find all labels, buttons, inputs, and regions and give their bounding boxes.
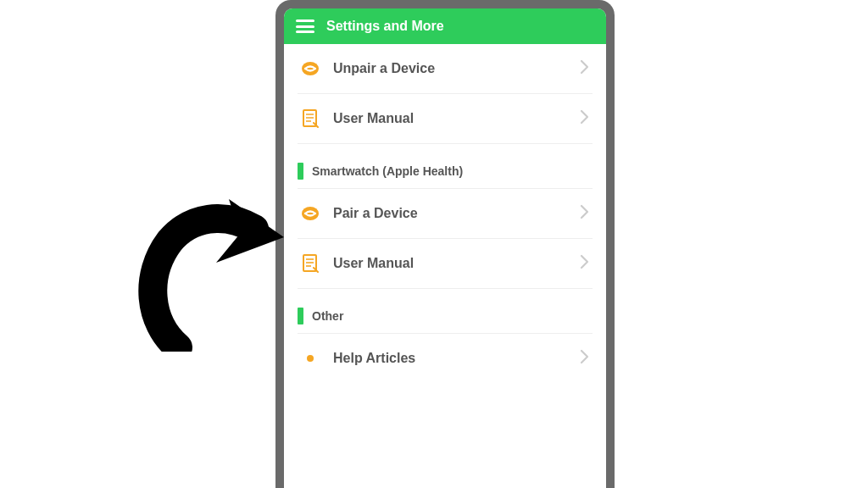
menu-label: Unpair a Device bbox=[333, 61, 566, 76]
menu-icon[interactable] bbox=[296, 19, 314, 33]
menu-item-user-manual[interactable]: User Manual bbox=[298, 94, 593, 144]
bullet-icon bbox=[301, 349, 320, 368]
link-icon bbox=[301, 59, 320, 78]
phone-screen: Settings and More Unpair a Device bbox=[284, 8, 606, 488]
link-icon bbox=[301, 204, 320, 223]
chevron-right-icon bbox=[580, 254, 589, 273]
document-icon bbox=[301, 109, 320, 128]
section-title: Other bbox=[312, 309, 343, 323]
chevron-right-icon bbox=[580, 109, 589, 128]
phone-frame: Settings and More Unpair a Device bbox=[275, 0, 615, 488]
section-title: Smartwatch (Apple Health) bbox=[312, 164, 463, 178]
menu-item-help-articles[interactable]: Help Articles bbox=[298, 334, 593, 383]
document-icon bbox=[301, 254, 320, 273]
menu-label: User Manual bbox=[333, 256, 566, 271]
menu-label: Help Articles bbox=[333, 351, 566, 366]
app-header: Settings and More bbox=[284, 8, 606, 44]
section-accent-bar bbox=[298, 163, 303, 180]
menu-item-pair-device[interactable]: Pair a Device bbox=[298, 189, 593, 239]
section-header-smartwatch: Smartwatch (Apple Health) bbox=[298, 144, 593, 189]
menu-label: Pair a Device bbox=[333, 206, 566, 221]
header-title: Settings and More bbox=[326, 19, 444, 34]
menu-item-user-manual-2[interactable]: User Manual bbox=[298, 239, 593, 289]
settings-list: Unpair a Device User Manual bbox=[284, 44, 606, 488]
section-header-other: Other bbox=[298, 289, 593, 334]
arrow-annotation-icon bbox=[131, 195, 284, 352]
menu-item-unpair-device[interactable]: Unpair a Device bbox=[298, 44, 593, 94]
chevron-right-icon bbox=[580, 204, 589, 223]
chevron-right-icon bbox=[580, 349, 589, 368]
menu-label: User Manual bbox=[333, 111, 566, 126]
section-accent-bar bbox=[298, 308, 303, 324]
chevron-right-icon bbox=[580, 59, 589, 78]
